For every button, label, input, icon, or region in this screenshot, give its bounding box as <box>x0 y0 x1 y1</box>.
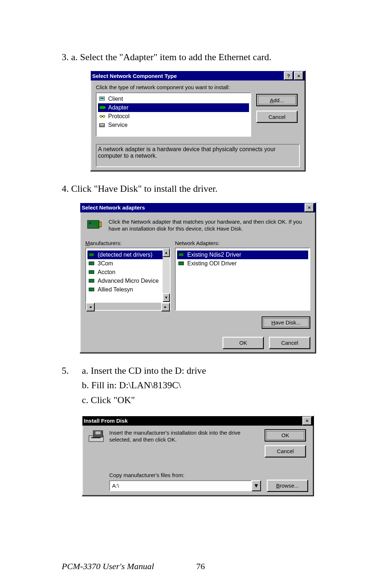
adapters-list[interactable]: Existing Ndis2 Driver Existing ODI Drive… <box>175 248 310 311</box>
card-icon <box>88 252 95 258</box>
svg-rect-8 <box>100 124 104 125</box>
step-5-number: 5. <box>62 364 69 412</box>
dropdown-button[interactable]: ▼ <box>252 480 261 491</box>
title-text: Select Network Component Type <box>92 73 177 79</box>
svg-rect-14 <box>89 262 94 265</box>
vertical-scrollbar[interactable]: ▲ ▼ <box>163 248 170 302</box>
path-combobox[interactable]: A:\ ▼ <box>109 480 261 491</box>
cancel-button[interactable]: Cancel <box>265 445 306 457</box>
svg-rect-18 <box>179 253 184 256</box>
cancel-button[interactable]: Cancel <box>269 337 310 349</box>
disk-drive-icon <box>87 429 103 445</box>
path-field[interactable]: A:\ <box>109 480 252 491</box>
dialog-select-network-adapters: Select Network adapters × Click the Netw… <box>79 202 316 353</box>
page-number: 76 <box>196 562 205 571</box>
step-5b-text: b. Fill in: D:\LAN\8139C\ <box>82 379 206 392</box>
card-icon <box>178 261 185 266</box>
titlebar: Select Network adapters × <box>80 203 315 212</box>
card-icon <box>88 269 95 275</box>
scroll-down-button[interactable]: ▼ <box>163 293 170 302</box>
list-item-selected: Existing Ndis2 Driver <box>177 250 308 259</box>
prompt-text: Click the type of network component you … <box>96 84 300 90</box>
cancel-button[interactable]: Cancel <box>256 111 298 123</box>
horizontal-scrollbar[interactable]: ◄ ► <box>85 302 171 311</box>
ok-button[interactable]: OK <box>222 337 264 349</box>
document-page: 3. a. Select the "Adapter" item to add t… <box>0 0 392 588</box>
title-text: Select Network adapters <box>82 204 145 211</box>
component-type-list[interactable]: Client Adapter Protocol Service <box>96 92 251 137</box>
list-item: 3Com <box>87 259 168 268</box>
client-icon <box>99 96 106 102</box>
message-text: Insert the manufacturer's installation d… <box>109 429 259 443</box>
add-button[interactable]: Add... <box>256 94 298 106</box>
have-disk-button[interactable]: Have Disk... <box>262 316 310 329</box>
svg-rect-23 <box>95 431 101 434</box>
scroll-up-button[interactable]: ▲ <box>163 248 170 257</box>
ok-button[interactable]: OK <box>265 429 306 442</box>
intro-text: Click the Network adapter that matches y… <box>109 218 309 234</box>
scroll-right-button[interactable]: ► <box>161 303 170 311</box>
step-5a-text: a. Insert the CD into the D: drive <box>82 364 206 377</box>
help-button[interactable]: ? <box>284 71 293 80</box>
adapter-large-icon <box>87 218 103 234</box>
copy-from-label: Copy manufacturer's files from: <box>109 472 308 478</box>
svg-rect-9 <box>87 220 99 228</box>
svg-rect-17 <box>89 288 94 291</box>
close-button[interactable]: × <box>302 417 312 425</box>
list-item: Client <box>98 95 249 103</box>
titlebar: Select Network Component Type ? × <box>91 71 305 80</box>
close-button[interactable]: × <box>294 71 303 80</box>
protocol-icon <box>99 113 106 119</box>
svg-rect-12 <box>89 225 96 227</box>
svg-rect-10 <box>99 222 101 227</box>
list-item: Service <box>98 121 249 129</box>
svg-point-5 <box>100 115 102 117</box>
close-button[interactable]: × <box>305 203 314 212</box>
browse-button[interactable]: Browse... <box>267 480 308 492</box>
list-item: Existing ODI Driver <box>177 259 308 268</box>
list-item: Allied Telesyn <box>87 285 168 294</box>
adapter-icon <box>99 105 106 111</box>
scroll-left-button[interactable]: ◄ <box>86 303 95 311</box>
list-item-selected: Adapter <box>98 103 249 112</box>
step-5c-text: c. Click "OK" <box>82 394 206 407</box>
svg-rect-13 <box>89 253 94 256</box>
page-footer: PCM-3370 User's Manual 76 <box>62 562 334 571</box>
dialog-select-component-type: Select Network Component Type ? × Click … <box>90 70 306 171</box>
step-3-text: 3. a. Select the "Adapter" item to add t… <box>62 51 334 64</box>
title-text: Install From Disk <box>84 418 128 424</box>
svg-rect-16 <box>89 279 94 282</box>
svg-rect-7 <box>99 124 105 127</box>
manufacturers-list[interactable]: (detected net drivers) 3Com Accton Advan… <box>85 248 171 303</box>
list-item-selected: (detected net drivers) <box>87 250 168 259</box>
list-item: Accton <box>87 268 168 277</box>
card-icon <box>178 252 185 258</box>
description-box: A network adapter is a hardware device t… <box>96 144 300 167</box>
svg-rect-3 <box>105 107 105 108</box>
book-title: PCM-3370 User's Manual <box>62 562 154 571</box>
svg-rect-19 <box>179 262 184 265</box>
card-icon <box>88 278 95 284</box>
manufacturers-label: Manufacturers: <box>85 240 171 246</box>
list-item: Advanced Micro Device <box>87 277 168 285</box>
card-icon <box>88 287 95 293</box>
svg-rect-1 <box>100 98 104 99</box>
svg-rect-2 <box>99 106 105 109</box>
adapters-label: Network Adapters: <box>175 240 310 246</box>
list-item: Protocol <box>98 112 249 121</box>
step-4-text: 4. Click "Have Disk" to install the driv… <box>62 182 334 195</box>
card-icon <box>88 261 95 266</box>
svg-rect-11 <box>89 222 91 224</box>
dialog-install-from-disk: Install From Disk × Insert the manufactu… <box>82 415 314 496</box>
svg-point-6 <box>103 115 105 117</box>
svg-rect-15 <box>89 270 94 274</box>
titlebar: Install From Disk × <box>82 416 313 426</box>
service-icon <box>99 122 106 128</box>
